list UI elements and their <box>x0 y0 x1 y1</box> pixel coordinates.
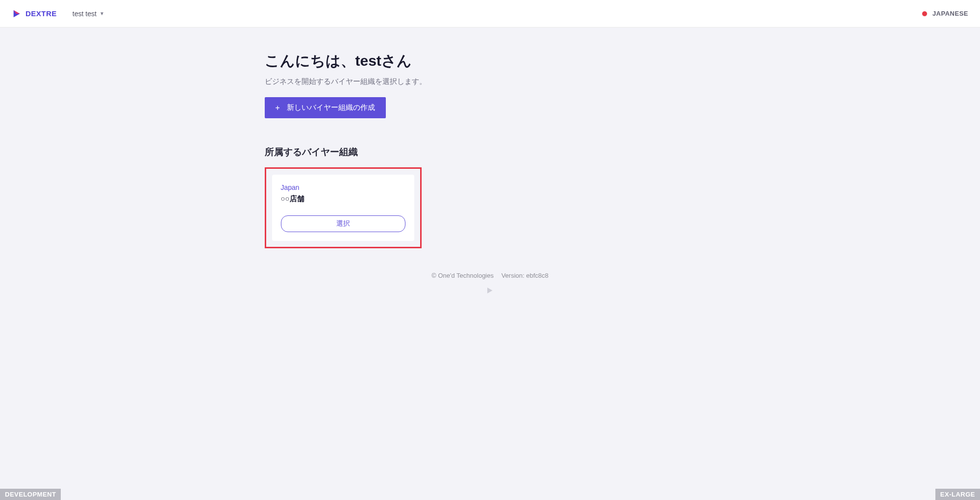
flag-japan-icon <box>922 11 928 17</box>
header-left: DEXTRE test test ▼ <box>12 8 104 19</box>
organization-card-highlight: Japan ○○店舗 選択 <box>265 167 422 248</box>
language-selector[interactable]: JAPANESE <box>922 10 968 17</box>
section-title: 所属するバイヤー組織 <box>265 146 716 158</box>
app-header: DEXTRE test test ▼ JAPANESE <box>0 0 980 27</box>
plus-icon: + <box>276 104 280 112</box>
greeting-subtitle: ビジネスを開始するバイヤー組織を選択します。 <box>265 77 716 86</box>
user-dropdown[interactable]: test test ▼ <box>73 10 104 18</box>
chevron-down-icon: ▼ <box>100 11 104 16</box>
env-badge: DEVELOPMENT <box>0 489 61 500</box>
select-organization-button[interactable]: 選択 <box>281 215 405 232</box>
footer-text: © One'd Technologies Version: ebfc8c8 <box>265 272 716 279</box>
create-button-label: 新しいバイヤー組織の作成 <box>287 103 375 112</box>
footer-logo-icon <box>265 286 716 297</box>
badge-bar: DEVELOPMENT EX-LARGE <box>0 489 980 500</box>
organization-country: Japan <box>281 184 405 191</box>
create-organization-button[interactable]: + 新しいバイヤー組織の作成 <box>265 97 386 118</box>
logo-icon <box>12 8 23 19</box>
copyright: © One'd Technologies <box>431 272 494 279</box>
version: Version: ebfc8c8 <box>502 272 549 279</box>
size-badge: EX-LARGE <box>935 489 980 500</box>
logo-text: DEXTRE <box>25 9 57 18</box>
user-name: test test <box>73 10 97 18</box>
logo[interactable]: DEXTRE <box>12 8 57 19</box>
greeting-title: こんにちは、testさん <box>265 51 716 71</box>
main-content: こんにちは、testさん ビジネスを開始するバイヤー組織を選択します。 + 新し… <box>0 27 980 489</box>
organization-card: Japan ○○店舗 選択 <box>272 175 414 241</box>
organization-name: ○○店舗 <box>281 194 405 204</box>
footer: © One'd Technologies Version: ebfc8c8 <box>265 262 716 307</box>
content-wrapper: こんにちは、testさん ビジネスを開始するバイヤー組織を選択します。 + 新し… <box>265 51 716 307</box>
language-label: JAPANESE <box>932 10 968 17</box>
